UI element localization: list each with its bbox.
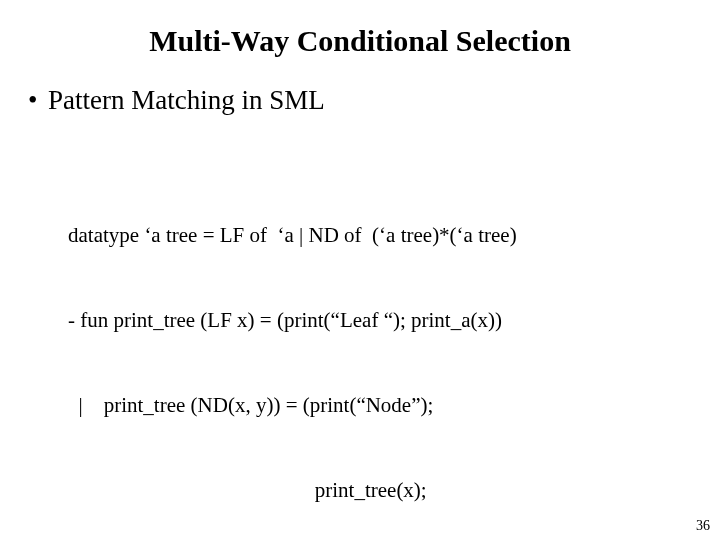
bullet-item: • Pattern Matching in SML [28, 84, 692, 116]
code-line: - fun print_tree (LF x) = (print(“Leaf “… [68, 306, 692, 334]
code-line: | print_tree (ND(x, y)) = (print(“Node”)… [68, 391, 692, 419]
code-line: print_tree(x); [68, 476, 692, 504]
code-block: datatype ‘a tree = LF of ‘a | ND of (‘a … [68, 164, 692, 540]
slide: Multi-Way Conditional Selection • Patter… [0, 0, 720, 540]
page-number: 36 [696, 518, 710, 534]
code-line: datatype ‘a tree = LF of ‘a | ND of (‘a … [68, 221, 692, 249]
bullet-text: Pattern Matching in SML [48, 84, 325, 116]
slide-title: Multi-Way Conditional Selection [28, 24, 692, 58]
bullet-dot-icon: • [28, 84, 48, 116]
